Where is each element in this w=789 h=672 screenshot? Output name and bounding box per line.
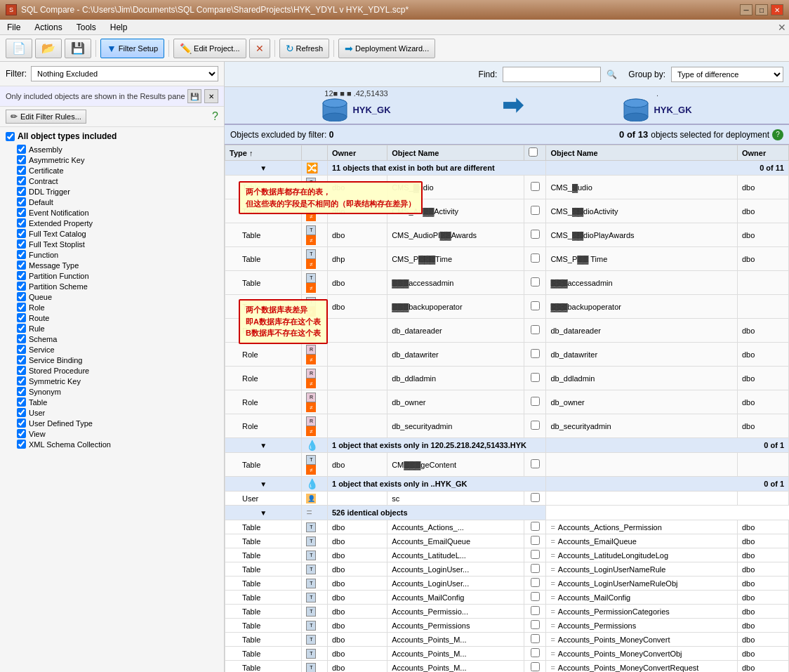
expand-btn-0[interactable]: ▼ <box>225 161 302 176</box>
db-right-info: . HYK_GK <box>531 89 783 121</box>
type-asymmetric-key: Asymmetric Key <box>6 154 218 165</box>
toolbar-separator-1 <box>95 40 96 57</box>
row-checkbox[interactable] <box>531 592 540 601</box>
remove-button[interactable]: ✕ <box>249 39 270 58</box>
deployment-help-icon[interactable]: ? <box>772 129 783 140</box>
row-checkbox[interactable] <box>531 230 540 239</box>
filter-setup-button[interactable]: ▼ Filter Setup <box>100 39 164 58</box>
expand-btn-1[interactable]: ▼ <box>225 438 302 453</box>
deployment-badge: 0 of 13 <box>619 129 648 140</box>
deployment-icon: ➡ <box>345 43 353 54</box>
type-stored-procedure: Stored Procedure <box>6 365 218 376</box>
object-types-panel: All object types included Assembly Asymm… <box>0 127 224 672</box>
objects-bar: Objects excluded by filter: 0 0 of 13 ob… <box>225 125 789 145</box>
right-panel: Find: 🔍 Group by: Type of difference 12■… <box>225 62 789 672</box>
type-partition-function: Partition Function <box>6 270 218 281</box>
table-row: RoleR ≠db_securityadmindb_securityadmind… <box>225 414 789 438</box>
equal-sign: = <box>550 565 555 574</box>
results-area[interactable]: Type ↑ Owner Object Name Object Name Own… <box>225 145 789 672</box>
row-checkbox[interactable] <box>531 253 540 263</box>
type-function: Function <box>6 249 218 260</box>
group-row-2: ▼💧1 object that exists only in ..HYK_GK0… <box>225 477 789 492</box>
col-owner-right[interactable]: Owner <box>737 145 788 161</box>
maximize-btn[interactable]: □ <box>755 4 768 15</box>
row-checkbox[interactable] <box>531 277 540 286</box>
new-button[interactable]: 📄 <box>6 39 32 58</box>
row-checkbox[interactable] <box>531 206 540 215</box>
row-checkbox[interactable] <box>531 349 540 358</box>
toolbar-separator-4 <box>333 40 334 57</box>
row-checkbox[interactable] <box>531 421 540 430</box>
db-arrow-icon: ➡ <box>502 91 523 120</box>
save-button[interactable]: 💾 <box>65 39 91 58</box>
col-object-name-right[interactable]: Object Name <box>546 145 738 161</box>
filter-help-icon[interactable]: ? <box>212 110 218 123</box>
db-right-cylinder-icon[interactable] <box>623 98 649 121</box>
open-icon: 📂 <box>41 41 55 55</box>
cancel-filter-btn[interactable]: ✕ <box>204 89 218 103</box>
row-checkbox[interactable] <box>531 578 540 587</box>
type-view: View <box>6 428 218 439</box>
menu-tools[interactable]: Tools <box>72 21 100 34</box>
edit-filter-button[interactable]: ✏ Edit Filter Rules... <box>6 110 86 124</box>
row-checkbox[interactable] <box>531 182 540 191</box>
menu-help[interactable]: Help <box>106 21 132 34</box>
save-filter-btn[interactable]: 💾 <box>187 89 201 103</box>
find-input[interactable] <box>503 67 601 82</box>
row-checkbox[interactable] <box>531 550 540 559</box>
db-header: 12■ ■ ■ .42,51433 HYK_GK ➡ <box>225 87 789 125</box>
row-checkbox[interactable] <box>531 662 540 671</box>
col-icon <box>302 145 327 161</box>
row-checkbox[interactable] <box>531 522 540 531</box>
edit-project-button[interactable]: ✏️ Edit Project... <box>173 39 246 58</box>
type-event-notification: Event Notification <box>6 207 218 218</box>
col-owner-left[interactable]: Owner <box>327 145 387 161</box>
toolbar-separator-3 <box>274 40 275 57</box>
results-table: Type ↑ Owner Object Name Object Name Own… <box>225 145 789 672</box>
expand-btn-2[interactable]: ▼ <box>225 477 302 492</box>
deployment-wizard-button[interactable]: ➡ Deployment Wizard... <box>338 39 435 58</box>
table-row: RoleR ≠db_datawriterdb_datawriterdbo <box>225 343 789 367</box>
row-checkbox[interactable] <box>531 493 540 502</box>
table-row: TableT ≠dboCM▓▓▓geContent <box>225 453 789 477</box>
menu-close-icon[interactable]: ✕ <box>778 22 786 33</box>
refresh-icon: ↻ <box>286 43 294 54</box>
table-row: TableT ≠dboCMS_Au▓▓ActivityCMS_▓▓dioActi… <box>225 199 789 223</box>
close-btn[interactable]: ✕ <box>771 4 783 15</box>
title-bar: S SQL Compare - C:\Users\Jim\Documents\S… <box>0 0 789 20</box>
expand-btn-3[interactable]: ▼ <box>225 506 302 520</box>
table-row: TableTdboAccounts_Permissions=Accounts_P… <box>225 619 789 633</box>
equal-sign: = <box>550 635 555 644</box>
row-checkbox[interactable] <box>531 536 540 545</box>
row-checkbox[interactable] <box>531 325 540 334</box>
refresh-button[interactable]: ↻ Refresh <box>279 39 330 58</box>
col-checkbox-header[interactable] <box>524 145 546 161</box>
db-left-cylinder-icon[interactable] <box>321 98 348 121</box>
top-bar: Find: 🔍 Group by: Type of difference <box>225 62 789 87</box>
row-checkbox[interactable] <box>531 373 540 382</box>
row-checkbox[interactable] <box>531 634 540 643</box>
row-checkbox[interactable] <box>531 459 540 468</box>
menu-file[interactable]: File <box>3 21 25 34</box>
row-checkbox[interactable] <box>531 648 540 657</box>
menu-actions[interactable]: Actions <box>30 21 66 34</box>
all-objects-checkbox[interactable] <box>6 132 15 141</box>
table-row: TableTdboAccounts_LoginUser...=Accounts_… <box>225 577 789 591</box>
svg-point-10 <box>624 113 648 121</box>
col-type[interactable]: Type ↑ <box>225 145 302 161</box>
select-all-checkbox[interactable] <box>529 147 538 157</box>
open-button[interactable]: 📂 <box>35 39 62 58</box>
row-checkbox[interactable] <box>531 620 540 629</box>
table-row: TableTdboAccounts_LoginUser...=Accounts_… <box>225 562 789 577</box>
row-checkbox[interactable] <box>531 564 540 573</box>
row-checkbox[interactable] <box>531 397 540 406</box>
group-row-3: ▼=526 identical objects <box>225 506 789 520</box>
minimize-btn[interactable]: ─ <box>740 4 752 15</box>
filter-select[interactable]: Nothing Excluded <box>31 66 218 81</box>
groupby-select[interactable]: Type of difference <box>671 67 783 82</box>
row-checkbox[interactable] <box>531 606 540 615</box>
row-checkbox[interactable] <box>531 301 540 310</box>
col-object-name-left[interactable]: Object Name <box>387 145 524 161</box>
table-row: TableT ≠dboCMS_▓udioCMS_▓udiodbo <box>225 176 789 199</box>
excluded-prefix: Objects excluded by filter: <box>230 130 326 140</box>
